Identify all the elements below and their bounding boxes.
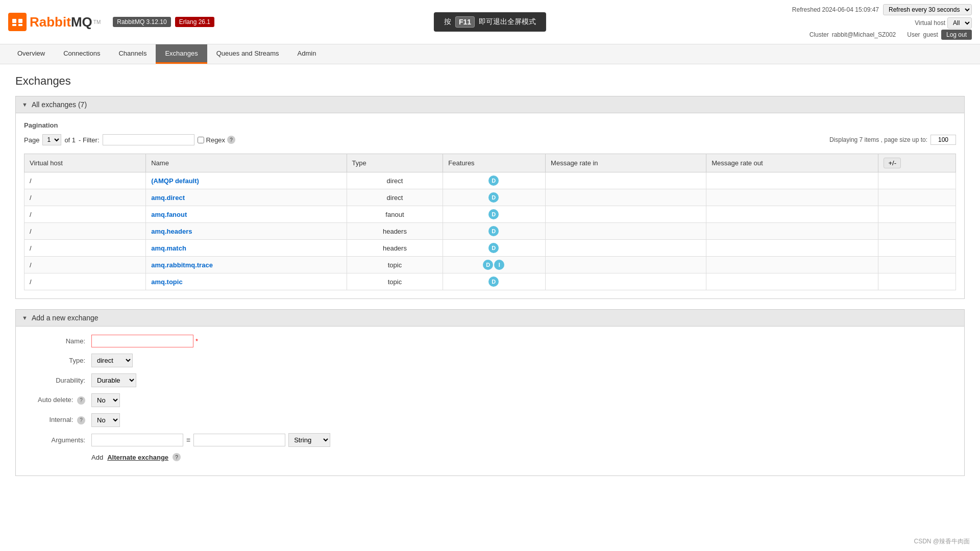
user-row: Cluster rabbit@Michael_SZ002 User guest … <box>792 30 972 40</box>
cell-rate-in <box>546 223 706 240</box>
nav-item-connections[interactable]: Connections <box>54 44 109 64</box>
version-badge: RabbitMQ 3.12.10 <box>113 17 170 27</box>
cell-action <box>878 240 956 257</box>
page-size-input[interactable] <box>930 135 956 145</box>
cell-rate-in <box>546 189 706 206</box>
name-label: Name: <box>24 337 85 345</box>
cell-features: D <box>443 273 546 290</box>
virtual-host-label: Virtual host <box>915 19 945 27</box>
refresh-select[interactable]: Refresh every 30 seconds Refresh every 1… <box>883 4 972 15</box>
cell-name[interactable]: amq.fanout <box>146 206 347 223</box>
table-row[interactable]: /(AMQP default)directD <box>24 172 956 189</box>
alternate-exchange-link[interactable]: Alternate exchange <box>107 454 168 461</box>
add-exchange-arrow-icon: ▼ <box>22 315 28 321</box>
cell-name[interactable]: (AMQP default) <box>146 172 347 189</box>
form-row-type: Type: direct fanout headers topic <box>24 354 956 367</box>
add-exchange-header[interactable]: ▼ Add a new exchange <box>15 309 965 327</box>
form-row-durability: Durability: Durable Transient <box>24 373 956 387</box>
refreshed-label: Refreshed 2024-06-04 15:09:47 <box>792 6 879 13</box>
table-row[interactable]: /amq.topictopicD <box>24 273 956 290</box>
nav-item-exchanges[interactable]: Exchanges <box>156 44 207 64</box>
all-exchanges-section: ▼ All exchanges (7) Pagination Page 1 of… <box>15 96 965 299</box>
nav: Overview Connections Channels Exchanges … <box>0 44 980 64</box>
form-row-auto-delete: Auto delete: ? No Yes <box>24 393 956 407</box>
cell-action <box>878 223 956 240</box>
durability-label: Durability: <box>24 377 85 384</box>
cell-vhost: / <box>24 206 146 223</box>
alternate-help-icon[interactable]: ? <box>173 453 181 461</box>
cell-vhost: / <box>24 257 146 273</box>
internal-select[interactable]: No Yes <box>91 413 120 427</box>
name-input[interactable] <box>91 335 193 347</box>
svg-rect-3 <box>18 24 22 26</box>
cell-features: D <box>443 223 546 240</box>
arguments-key-input[interactable] <box>91 434 183 446</box>
internal-label: Internal: ? <box>24 416 85 424</box>
internal-help-icon[interactable]: ? <box>77 416 85 424</box>
col-add-remove[interactable]: +/- <box>878 154 956 172</box>
nav-item-channels[interactable]: Channels <box>109 44 156 64</box>
main-content: Exchanges ▼ All exchanges (7) Pagination… <box>0 64 980 496</box>
fullscreen-press: 按 <box>444 17 451 27</box>
form-row-alternate: Add Alternate exchange ? <box>91 453 956 461</box>
nav-item-queues[interactable]: Queues and Streams <box>207 44 288 64</box>
arguments-val-input[interactable] <box>193 434 285 446</box>
cell-type: headers <box>347 240 443 257</box>
regex-help-icon[interactable]: ? <box>227 136 235 144</box>
svg-rect-2 <box>12 24 16 26</box>
cell-name[interactable]: amq.topic <box>146 273 347 290</box>
page-select[interactable]: 1 <box>42 134 61 145</box>
regex-label: Regex ? <box>198 136 236 144</box>
header: RabbitMQTM RabbitMQ 3.12.10 Erlang 26.1 … <box>0 0 980 44</box>
logo-icon <box>8 13 27 31</box>
table-row[interactable]: /amq.directdirectD <box>24 189 956 206</box>
cell-action <box>878 172 956 189</box>
table-row[interactable]: /amq.fanoutfanoutD <box>24 206 956 223</box>
cell-action <box>878 257 956 273</box>
table-row[interactable]: /amq.rabbitmq.tracetopicDI <box>24 257 956 273</box>
auto-delete-select[interactable]: No Yes <box>91 393 120 407</box>
form-row-name: Name: * <box>24 335 956 347</box>
nav-item-overview[interactable]: Overview <box>8 44 54 64</box>
arguments-label: Arguments: <box>24 436 85 444</box>
cell-name[interactable]: amq.rabbitmq.trace <box>146 257 347 273</box>
erlang-badge: Erlang 26.1 <box>175 17 214 27</box>
virtual-host-select[interactable]: All / <box>947 17 972 29</box>
cell-name[interactable]: amq.headers <box>146 223 347 240</box>
of-label: of 1 <box>64 136 76 144</box>
type-select[interactable]: direct fanout headers topic <box>91 354 133 367</box>
displaying-label: Displaying 7 items , page size up to: <box>829 136 927 143</box>
all-exchanges-header[interactable]: ▼ All exchanges (7) <box>15 96 965 113</box>
arguments-type-select[interactable]: String Number Boolean <box>288 433 330 447</box>
refresh-row: Refreshed 2024-06-04 15:09:47 Refresh ev… <box>792 4 972 15</box>
filter-label: - Filter: <box>79 136 99 144</box>
virtual-host-row: Virtual host All / <box>792 17 972 29</box>
cluster-value: rabbit@Michael_SZ002 <box>832 31 896 38</box>
col-name: Name <box>146 154 347 172</box>
nav-item-admin[interactable]: Admin <box>288 44 326 64</box>
filter-input[interactable] <box>103 134 194 145</box>
pagination-controls: Page 1 of 1 - Filter: Regex ? Displaying… <box>24 134 956 145</box>
cell-type: direct <box>347 172 443 189</box>
cell-type: direct <box>347 189 443 206</box>
auto-delete-help-icon[interactable]: ? <box>77 396 85 405</box>
durability-select[interactable]: Durable Transient <box>91 373 136 387</box>
cell-name[interactable]: amq.match <box>146 240 347 257</box>
regex-text: Regex <box>206 136 226 144</box>
add-button[interactable]: Add <box>91 454 103 461</box>
table-row[interactable]: /amq.headersheadersD <box>24 223 956 240</box>
col-rate-in: Message rate in <box>546 154 706 172</box>
cell-type: fanout <box>347 206 443 223</box>
table-row[interactable]: /amq.matchheadersD <box>24 240 956 257</box>
arguments-eq: = <box>186 436 190 444</box>
add-remove-button[interactable]: +/- <box>884 158 901 168</box>
regex-checkbox[interactable] <box>198 137 204 143</box>
auto-delete-label: Auto delete: ? <box>24 396 85 405</box>
logout-button[interactable]: Log out <box>941 30 972 40</box>
cluster-label: Cluster <box>810 31 829 38</box>
exchanges-table: Virtual host Name Type Features Message … <box>24 154 956 290</box>
cell-vhost: / <box>24 172 146 189</box>
cell-features: D <box>443 240 546 257</box>
collapse-arrow-icon: ▼ <box>22 102 28 108</box>
cell-name[interactable]: amq.direct <box>146 189 347 206</box>
